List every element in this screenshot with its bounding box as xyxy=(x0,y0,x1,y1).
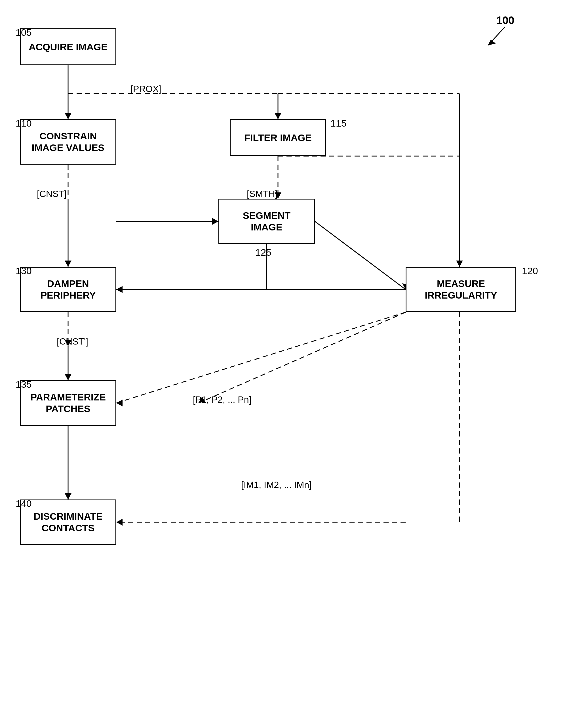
flowchart-diagram: { "title": "Flowchart 100", "ref_main": … xyxy=(0,0,588,701)
svg-marker-33 xyxy=(65,493,71,499)
smth-label: [SMTH] xyxy=(247,189,277,199)
svg-marker-31 xyxy=(116,400,122,406)
constrain-image-box: CONSTRAINIMAGE VALUES xyxy=(20,119,116,165)
cnst2-label: [CNST'] xyxy=(57,336,88,347)
svg-line-30 xyxy=(116,312,405,403)
svg-marker-11 xyxy=(456,260,463,267)
svg-marker-16 xyxy=(212,218,218,225)
svg-line-28 xyxy=(199,312,405,403)
svg-line-1 xyxy=(488,27,505,45)
acquire-image-box: ACQUIRE IMAGE xyxy=(20,28,116,65)
parameterize-patches-box: PARAMETERIZEPATCHES xyxy=(20,380,116,426)
svg-marker-2 xyxy=(488,40,496,45)
svg-line-20 xyxy=(315,221,405,289)
measure-irregularity-box: MEASUREIRREGULARITY xyxy=(405,267,516,312)
ref-135: 135 xyxy=(16,379,32,390)
ref-130: 130 xyxy=(16,265,32,276)
segment-image-box: SEGMENTIMAGE xyxy=(218,199,315,244)
p1pn-label: [P1, P2, ... Pn] xyxy=(193,395,251,405)
svg-marker-40 xyxy=(65,260,71,267)
discriminate-contacts-box: DISCRIMINATECONTACTS xyxy=(20,499,116,545)
ref-105: 105 xyxy=(16,27,32,38)
svg-marker-36 xyxy=(116,519,122,526)
dampen-periphery-box: DAMPENPERIPHERY xyxy=(20,267,116,312)
svg-text:100: 100 xyxy=(496,14,514,26)
svg-marker-8 xyxy=(275,113,281,119)
filter-image-box: FILTER IMAGE xyxy=(230,119,326,156)
cnst-label: [CNST] xyxy=(37,189,67,199)
svg-marker-23 xyxy=(116,286,122,293)
ref-115: 115 xyxy=(330,118,347,129)
flowchart-arrows: 100 xyxy=(0,0,588,701)
ref-125: 125 xyxy=(255,247,271,258)
ref-140: 140 xyxy=(16,498,32,509)
ref-120: 120 xyxy=(522,265,538,276)
svg-marker-5 xyxy=(65,113,71,119)
svg-marker-19 xyxy=(116,286,122,293)
ref-110: 110 xyxy=(16,118,32,129)
svg-marker-27 xyxy=(65,374,71,380)
im1imn-label: [IM1, IM2, ... IMn] xyxy=(241,480,312,490)
prox-label: [PROX] xyxy=(130,84,161,94)
